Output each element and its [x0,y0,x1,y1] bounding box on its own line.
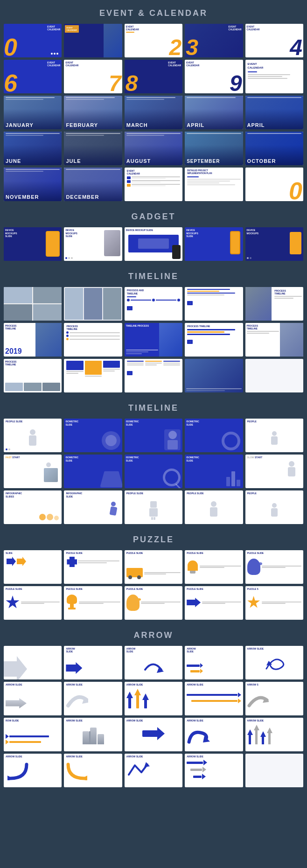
gadget-slide-1[interactable]: DEVICEMOCKUPSSLIDE [4,227,62,261]
gadget-slide-2[interactable]: DEVICEMOCKUPSSLIDE [64,227,122,261]
cal-slide-8[interactable]: EVENTCALENDAR 8 [125,60,182,93]
tl-slide-2019[interactable]: PROCESSTIMELINE 2019 [4,323,62,357]
iso-slide-1[interactable]: ISOMETRICSLIDE [64,419,122,452]
people-slide-2[interactable]: PEOPLE SLIDE [125,490,182,524]
tl-slide-photo2[interactable]: PROCESSTIMELINE [245,323,303,357]
infographic-slide-1[interactable]: INFOGRAPHICSLIDES [4,490,62,524]
fast-start-slide[interactable]: FAST START [4,455,62,488]
puzzle-slide-9-partial[interactable]: PUZZLE S [245,586,303,620]
arrow-svg-7 [66,761,89,780]
month-august[interactable]: AUGUST [125,132,182,165]
month-february[interactable]: FEBRUARY [64,96,122,129]
puzzle-slide-4[interactable]: PUZZLE SLIDE [245,550,303,584]
cal-list-view[interactable]: EVENTCALENDAR [125,168,182,201]
month-jule[interactable]: JULE [64,132,122,165]
tl-slide-dots[interactable]: PROCESSTIMELINE [64,323,122,357]
arrow-slide-15[interactable]: ARROW SLIDE [64,754,122,787]
timeline1-row2: PROCESSTIMELINE 2019 PROCESSTIMELINE TIM… [0,323,307,359]
section-puzzle: PUZZLE SLIDE PUZZLE SLIDE PUZZLE SLIDE [0,526,307,622]
people-slide-3[interactable]: PEOPLE SLIDE [185,490,243,524]
arrow-slide-10[interactable]: ARROW SLIDE [64,718,122,751]
tl-slide-3col[interactable] [64,359,122,392]
arrow-slide-6[interactable]: ARROW SLIDE [64,682,122,715]
month-december[interactable]: DECEMBER [64,168,122,201]
people-slide-1[interactable]: PEOPLE SLIDE [4,419,62,452]
section-gadget: GADGET DEVICEMOCKUPSSLIDE DEVICEMOCKUPSS… [0,203,307,263]
arrow-slide-5[interactable]: ARROW SLIDE [4,682,62,715]
arrow-slide-9-partial[interactable]: ARROW S [245,682,303,715]
month-january[interactable]: JANUARY [4,96,62,129]
month-april[interactable]: APRIL [185,96,243,129]
iso-slide-3[interactable]: ISOMETRICSLIDE [185,419,243,452]
iso-slide-4[interactable]: ISOMETRICSLIDE [64,455,122,488]
cal-slide-event-text[interactable]: EVENTCALENDAR [245,60,303,93]
iso-slide-2[interactable]: ISOMETRICSLIDE [125,419,182,452]
section-header-event: EVENT & CALENDAR [0,0,307,24]
svg-marker-7 [144,762,150,767]
tl-slide-bars[interactable]: → [185,287,243,321]
tl-slide-photo-text[interactable]: PROCESSTIMELINE [245,287,303,321]
people-slide-partial[interactable]: PEOPLE [245,419,303,452]
puzzle-row1: SLIDE PUZZLE SLIDE PUZZLE SLIDE [0,550,307,586]
arrow-slide-partial1[interactable] [4,646,62,679]
month-march[interactable]: MARCH [125,96,182,129]
arrow-slide-14[interactable]: ARROW SLIDE [4,754,62,787]
cal-slide-1[interactable]: EVENTCALENDAR 1 [64,24,122,57]
cal-slide-4[interactable]: EVENTCALENDAR 4 [245,24,303,57]
tl-slide-train[interactable] [185,359,243,392]
iso-slide-6[interactable]: ISOMETRICSLIDE [185,455,243,488]
puzzle-slide-partial[interactable]: SLIDE [4,550,62,584]
month-october[interactable]: OCTOBER [245,132,303,165]
month-september[interactable]: SEPTEMBER [185,132,243,165]
iso-slide-5[interactable]: ISOMETRICSLIDE [125,455,182,488]
section-header-arrow: ARROW [0,622,307,646]
month-november[interactable]: NOVEMBER [4,168,62,201]
cal-slide-0[interactable]: EVENTCALENDAR 0 [4,24,62,57]
puzzle-slide-2[interactable]: PUZZLE SLIDE [125,550,182,584]
cal-slide-9[interactable]: EVENTCALENDAR 9 [185,60,243,93]
cal-slide-0-large[interactable]: 0 [245,168,303,201]
arrow-slide-11[interactable]: ARROW SLIDE [125,718,182,751]
puzzle-slide-3[interactable]: PUZZLE SLIDE [185,550,243,584]
arrow-slide-7[interactable]: ARROW SLIDE [125,682,182,715]
tl-slide-cols[interactable]: PROCESSTIMELINE [4,359,62,392]
cal-slide-3[interactable]: EVENTCALENDAR 3 [185,24,243,57]
gadget-slide-3[interactable]: DEVICE MOCKUP SLIDE [125,227,182,261]
tl-slide-1[interactable] [4,287,62,321]
arrow-slide-2[interactable]: ARROWSLIDE [125,646,182,679]
arrow-slide-13[interactable]: ARROW SLIDE [245,718,303,751]
arrow-slide-12[interactable]: ARROW SLIDE [185,718,243,751]
cal-slide-7[interactable]: EVENTCALENDAR 7 [64,60,122,93]
tl-slide-2[interactable] [64,287,122,321]
puzzle-slide-8[interactable]: PUZZLE SLIDE [185,586,243,620]
arrow-slide-4[interactable]: ARROW SLIDE [245,646,303,679]
tl-slide-timeline-process-blue[interactable]: TIMELINE PROCESS [125,323,182,357]
infographic-slide-2[interactable]: INFOGRAPHICSLIDE [64,490,122,524]
slow-start-slide[interactable]: SLOW START [245,455,303,488]
month-april-alt[interactable]: APRIL [245,96,303,129]
puzzle-slide-1[interactable]: PUZZLE SLIDE [64,550,122,584]
calendar-row2: EVENTCALENDAR 6 EVENTCALENDAR 7 EVENTCAL… [0,60,307,96]
cal-slide-2[interactable]: EVENTCALENDAR 2 [125,24,182,57]
section-header-gadget: GADGET [0,203,307,227]
gadget-slide-5[interactable]: DEVICEMOCKUPS [245,227,303,261]
puzzle-slide-6[interactable]: PUZZLE SLIDE [64,586,122,620]
arrow-slide-row-partial[interactable]: ROW SLIDE [4,718,62,751]
puzzle-slide-7[interactable]: PUZZLE SLIDE [125,586,182,620]
detailed-project-plan[interactable]: DETAILED PROJECTIMPLEMENTATION PLAN [185,168,243,201]
arrow-slide-17[interactable]: ARROW SLIDE [185,754,243,787]
tl-slide-process-timeline[interactable]: PROCESS ANDTIMELINE → [125,287,182,321]
gadget-slide-4[interactable]: DEVICEMOCKUPSSLIDE [185,227,243,261]
tl-slide-hbars[interactable]: PROCESS TIMELINE → [185,323,243,357]
tl-slide-empty[interactable] [245,359,303,392]
arrow-slide-empty[interactable] [245,754,303,787]
tl-slide-textcols[interactable]: → [125,359,182,392]
cal-slide-6[interactable]: EVENTCALENDAR 6 [4,60,62,93]
arrow-slide-3[interactable]: ARROWSLIDE [185,646,243,679]
arrow-slide-16[interactable]: ARROW SLIDE [125,754,182,787]
month-june[interactable]: JUNE [4,132,62,165]
people-slide-4[interactable]: PEOPLE [245,490,303,524]
arrow-slide-1[interactable]: ARROWSLIDE [64,646,122,679]
puzzle-slide-5[interactable]: PUZZLE SLIDE [4,586,62,620]
arrow-slide-8[interactable]: ARROW SLIDE [185,682,243,715]
